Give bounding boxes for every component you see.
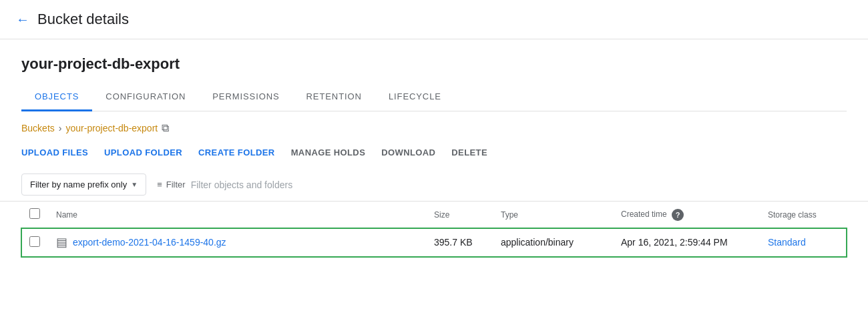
files-table: Name Size Type Created time ? Storage cl… <box>21 202 847 257</box>
chevron-down-icon: ▼ <box>131 181 138 188</box>
table-row: ▤ export-demo-2021-04-16-1459-40.gz 395.… <box>21 228 847 257</box>
manage-holds-button[interactable]: MANAGE HOLDS <box>291 145 366 160</box>
breadcrumb-root[interactable]: Buckets <box>21 123 55 133</box>
back-button[interactable]: ← <box>16 12 29 27</box>
tab-objects[interactable]: OBJECTS <box>21 83 92 111</box>
row-type-cell: application/binary <box>493 228 613 257</box>
th-checkbox <box>21 202 48 228</box>
filter-dropdown-label: Filter by name prefix only <box>30 180 127 190</box>
row-name-cell: ▤ export-demo-2021-04-16-1459-40.gz <box>48 228 426 257</box>
file-icon: ▤ <box>56 235 67 250</box>
download-button[interactable]: DOWNLOAD <box>381 145 435 160</box>
filter-dropdown[interactable]: Filter by name prefix only ▼ <box>21 174 146 196</box>
created-time-help-icon[interactable]: ? <box>672 209 684 221</box>
actions-bar: UPLOAD FILES UPLOAD FOLDER CREATE FOLDER… <box>0 139 868 168</box>
th-name: Name <box>48 202 426 228</box>
breadcrumb-current[interactable]: your-project-db-export <box>65 123 158 133</box>
storage-class-link[interactable]: Standard <box>768 237 806 248</box>
th-type: Type <box>493 202 613 228</box>
filter-label: Filter <box>166 180 186 190</box>
delete-button[interactable]: DELETE <box>451 145 487 160</box>
filter-icon: ≡ <box>157 180 162 190</box>
tab-lifecycle[interactable]: LIFECYCLE <box>375 83 455 111</box>
copy-path-icon[interactable]: ⧉ <box>162 122 169 134</box>
filter-bar: Filter by name prefix only ▼ ≡ Filter Fi… <box>0 168 868 202</box>
th-size: Size <box>426 202 493 228</box>
table-header-row: Name Size Type Created time ? Storage cl… <box>21 202 847 228</box>
page-container: ← Bucket details your-project-db-export … <box>0 0 868 335</box>
create-folder-button[interactable]: CREATE FOLDER <box>198 145 275 160</box>
tabs-bar: OBJECTS CONFIGURATION PERMISSIONS RETENT… <box>21 83 847 111</box>
upload-folder-button[interactable]: UPLOAD FOLDER <box>104 145 182 160</box>
select-all-checkbox[interactable] <box>29 208 40 219</box>
tab-retention[interactable]: RETENTION <box>293 83 375 111</box>
th-created: Created time ? <box>613 202 760 228</box>
row-storage-cell: Standard <box>760 228 847 257</box>
breadcrumb-separator: › <box>59 123 62 133</box>
row-created-cell: Apr 16, 2021, 2:59:44 PM <box>613 228 760 257</box>
row-checkbox-cell <box>21 228 48 257</box>
page-title: Bucket details <box>37 11 129 28</box>
bucket-name: your-project-db-export <box>21 55 847 73</box>
upload-files-button[interactable]: UPLOAD FILES <box>21 145 88 160</box>
filter-icon-area: ≡ Filter <box>157 180 185 190</box>
breadcrumb: Buckets › your-project-db-export ⧉ <box>0 111 868 139</box>
tab-permissions[interactable]: PERMISSIONS <box>199 83 292 111</box>
file-name-link[interactable]: export-demo-2021-04-16-1459-40.gz <box>73 237 226 248</box>
row-checkbox[interactable] <box>29 236 40 247</box>
content-area: your-project-db-export OBJECTS CONFIGURA… <box>0 39 868 111</box>
page-header: ← Bucket details <box>0 0 868 39</box>
row-size-cell: 395.7 KB <box>426 228 493 257</box>
tab-configuration[interactable]: CONFIGURATION <box>92 83 199 111</box>
th-storage: Storage class <box>760 202 847 228</box>
files-table-container: Name Size Type Created time ? Storage cl… <box>0 202 868 257</box>
filter-input-placeholder[interactable]: Filter objects and folders <box>191 180 293 190</box>
file-name-container: ▤ export-demo-2021-04-16-1459-40.gz <box>56 235 418 250</box>
